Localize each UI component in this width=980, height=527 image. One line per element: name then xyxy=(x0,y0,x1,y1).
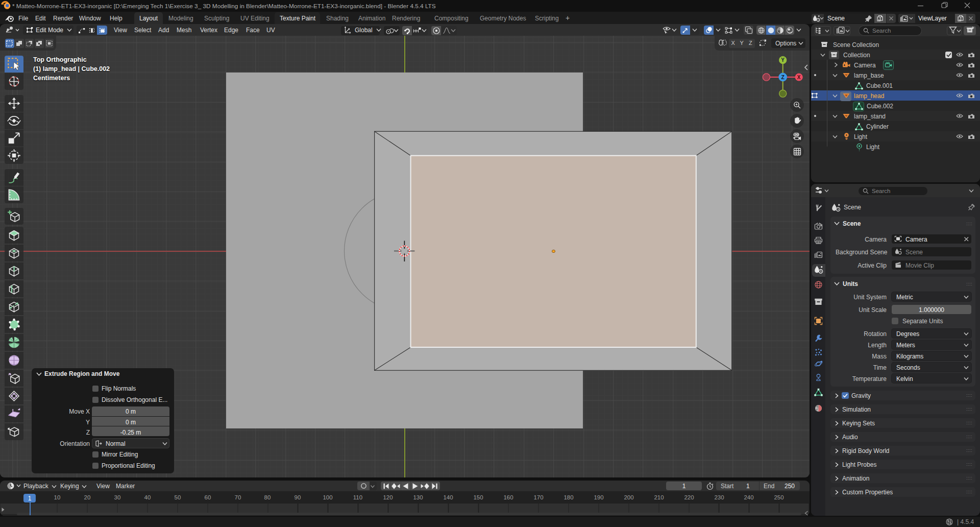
svg-text:X: X xyxy=(797,75,801,80)
svg-text:Y: Y xyxy=(781,57,785,63)
svg-text:Z: Z xyxy=(781,74,785,80)
